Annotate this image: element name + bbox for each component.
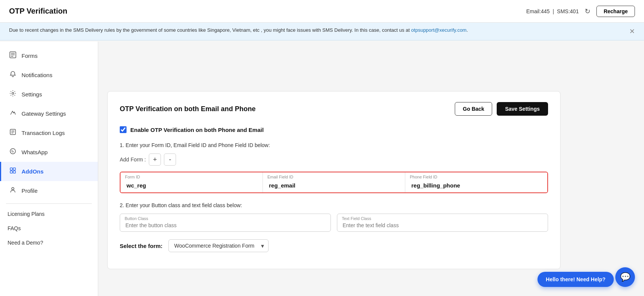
sidebar-divider bbox=[6, 203, 92, 204]
select-form-wrapper: WooCommerce Registration Form Contact Fo… bbox=[168, 239, 269, 252]
svg-rect-12 bbox=[10, 171, 12, 173]
sidebar-label-addons: AddOns bbox=[22, 168, 43, 175]
sidebar-item-settings[interactable]: Settings bbox=[0, 85, 98, 104]
add-form-plus-button[interactable]: + bbox=[149, 153, 161, 166]
sidebar-link-licensing[interactable]: Licensing Plans bbox=[0, 207, 98, 221]
select-form-row: Select the form: WooCommerce Registratio… bbox=[120, 239, 548, 252]
svg-rect-13 bbox=[13, 171, 15, 173]
refresh-icon[interactable]: ↻ bbox=[585, 7, 590, 15]
page-title: OTP Verification bbox=[9, 7, 67, 15]
form-id-field: Form ID wc_reg bbox=[120, 172, 263, 192]
checkbox-label[interactable]: Enable OTP Verification on both Phone an… bbox=[130, 127, 264, 133]
button-class-input[interactable] bbox=[125, 214, 325, 231]
help-button[interactable]: Hello there! Need Help? bbox=[537, 272, 614, 287]
add-form-row: Add Form : + - bbox=[120, 153, 548, 166]
chat-bubble-icon: 💬 bbox=[620, 272, 630, 282]
layout: Forms Notifications Settings Gateway Set… bbox=[0, 40, 644, 296]
sidebar-item-addons[interactable]: AddOns bbox=[0, 162, 98, 181]
card-title: OTP Verification on both Email and Phone bbox=[120, 105, 256, 113]
profile-icon bbox=[9, 186, 17, 195]
sidebar-item-forms[interactable]: Forms bbox=[0, 46, 98, 65]
sidebar-label-gateway: Gateway Settings bbox=[22, 110, 66, 117]
phone-field-id-label: Phone Field ID bbox=[410, 175, 437, 179]
whatsapp-icon bbox=[9, 148, 17, 157]
select-form-dropdown[interactable]: WooCommerce Registration Form Contact Fo… bbox=[168, 239, 269, 252]
sidebar-label-forms: Forms bbox=[22, 53, 38, 59]
notice-bar: Due to recent changes in the SMS Deliver… bbox=[0, 23, 644, 40]
content-card: OTP Verification on both Email and Phone… bbox=[107, 91, 561, 269]
text-field-class-field: Text Field Class bbox=[337, 214, 548, 232]
sidebar-item-whatsapp[interactable]: WhatsApp bbox=[0, 143, 98, 162]
main-content: OTP Verification on both Email and Phone… bbox=[98, 82, 644, 296]
step2-label: 2. Enter your Button class and text fiel… bbox=[120, 202, 548, 208]
addons-icon bbox=[9, 167, 17, 176]
sidebar-item-transaction-logs[interactable]: Transaction Logs bbox=[0, 123, 98, 143]
notice-email-link[interactable]: otpsupport@xecurify.com bbox=[411, 27, 467, 33]
notice-text: Due to recent changes in the SMS Deliver… bbox=[9, 27, 468, 33]
card-header: OTP Verification on both Email and Phone… bbox=[120, 102, 548, 116]
sidebar: Forms Notifications Settings Gateway Set… bbox=[0, 42, 98, 296]
email-field-id-label: Email Field ID bbox=[267, 175, 293, 179]
class-row: Button Class Text Field Class bbox=[120, 214, 548, 232]
go-back-button[interactable]: Go Back bbox=[455, 102, 492, 116]
credits-display: Email:445 | SMS:401 bbox=[526, 8, 579, 14]
sidebar-label-profile: Profile bbox=[22, 188, 38, 194]
card-actions: Go Back Save Settings bbox=[455, 102, 548, 116]
svg-point-9 bbox=[10, 149, 15, 154]
sidebar-link-demo[interactable]: Need a Demo? bbox=[0, 236, 98, 250]
add-form-label: Add Form : bbox=[120, 157, 146, 163]
add-form-minus-button[interactable]: - bbox=[164, 153, 176, 166]
sidebar-label-transaction-logs: Transaction Logs bbox=[22, 130, 65, 136]
text-field-class-input[interactable] bbox=[343, 214, 542, 231]
svg-rect-11 bbox=[13, 168, 15, 170]
svg-rect-10 bbox=[10, 168, 12, 170]
sidebar-item-profile[interactable]: Profile bbox=[0, 181, 98, 200]
form-id-value: wc_reg bbox=[127, 176, 256, 189]
notice-close-icon[interactable]: ✕ bbox=[629, 27, 635, 36]
sidebar-label-notifications: Notifications bbox=[22, 72, 53, 78]
button-class-field: Button Class bbox=[120, 214, 331, 232]
field-row: Form ID wc_reg Email Field ID reg_email … bbox=[120, 172, 548, 193]
enable-checkbox-row: Enable OTP Verification on both Phone an… bbox=[120, 126, 548, 133]
svg-point-4 bbox=[12, 93, 14, 95]
svg-point-14 bbox=[12, 188, 14, 190]
forms-icon bbox=[9, 51, 17, 60]
sidebar-item-notifications[interactable]: Notifications bbox=[0, 65, 98, 85]
enable-otp-checkbox[interactable] bbox=[120, 126, 127, 133]
form-id-label: Form ID bbox=[125, 175, 140, 179]
step1-label: 1. Enter your Form ID, Email Field ID an… bbox=[120, 142, 548, 148]
sidebar-label-settings: Settings bbox=[22, 91, 42, 98]
text-field-class-label: Text Field Class bbox=[342, 216, 371, 221]
notifications-icon bbox=[9, 71, 17, 79]
email-field-id-field: Email Field ID reg_email bbox=[263, 172, 405, 192]
top-bar: OTP Verification Email:445 | SMS:401 ↻ R… bbox=[0, 0, 644, 23]
sidebar-item-gateway-settings[interactable]: Gateway Settings bbox=[0, 104, 98, 123]
transaction-logs-icon bbox=[9, 129, 17, 137]
sidebar-link-faqs[interactable]: FAQs bbox=[0, 221, 98, 236]
recharge-button[interactable]: Recharge bbox=[596, 6, 635, 17]
chat-bubble-button[interactable]: 💬 bbox=[615, 267, 635, 287]
phone-field-id-field: Phone Field ID reg_billing_phone bbox=[405, 172, 547, 192]
select-form-label: Select the form: bbox=[120, 243, 162, 249]
gateway-settings-icon bbox=[9, 109, 17, 118]
button-class-label: Button Class bbox=[125, 216, 148, 221]
settings-icon bbox=[9, 90, 17, 99]
sidebar-label-whatsapp: WhatsApp bbox=[22, 149, 48, 155]
save-settings-button[interactable]: Save Settings bbox=[497, 102, 548, 116]
top-bar-right: Email:445 | SMS:401 ↻ Recharge bbox=[526, 6, 635, 17]
